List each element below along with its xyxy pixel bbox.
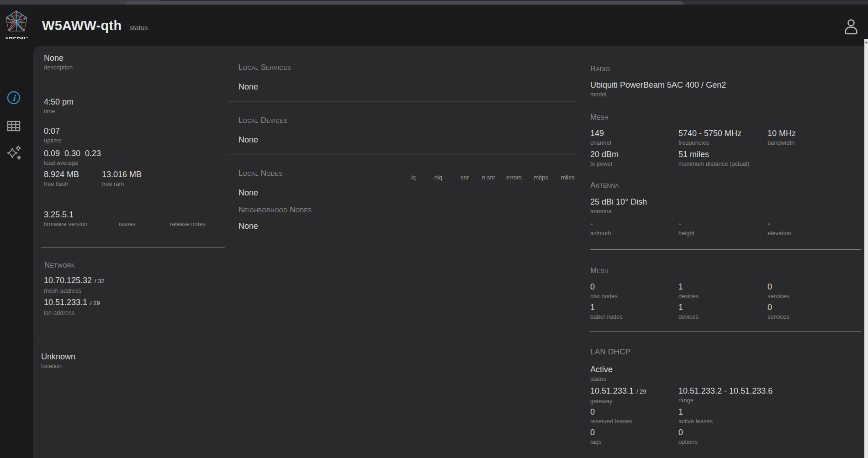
local-nodes-column-headers: lq nlq snr n snr errors mbps miles xyxy=(389,174,575,181)
sidebar-item-tools[interactable] xyxy=(6,145,21,159)
person-icon xyxy=(843,18,859,36)
mesh-bandwidth: 10 MHz bandwidth xyxy=(767,128,796,147)
left-divider-2 xyxy=(37,339,226,339)
antenna-section-header: Antenna xyxy=(590,181,619,190)
network-section-header: Network xyxy=(44,261,75,270)
babel-services: 0 services xyxy=(767,302,789,321)
account-button[interactable] xyxy=(843,18,859,36)
middle-divider-2 xyxy=(228,154,575,154)
sidebar-item-status[interactable]: i xyxy=(6,90,21,105)
local-nodes-header: Local Nodes xyxy=(238,169,282,178)
sidebar: i xyxy=(0,39,33,458)
info-icon: i xyxy=(6,90,21,105)
dhcp-range: 10.51.233.2 - 10.51.233.6 range xyxy=(678,386,773,404)
scrollbar[interactable] xyxy=(864,39,868,458)
scroll-up-arrow-icon[interactable] xyxy=(865,41,868,43)
dhcp-tags: 0 tags xyxy=(590,427,602,446)
browser-chrome xyxy=(0,0,868,5)
mesh-frequencies: 5740 - 5750 MHz frequencies xyxy=(678,128,741,147)
antenna-height: - height xyxy=(678,219,694,237)
release-notes-link[interactable]: release notes xyxy=(170,221,206,228)
col-n-snr: n snr xyxy=(469,174,495,181)
olsr-nodes: 0 olsr nodes xyxy=(590,282,618,300)
mesh-tx-power: 20 dBm tx power xyxy=(590,149,619,168)
olsr-services: 0 services xyxy=(767,282,789,300)
aredn-mesh-logo-icon xyxy=(4,10,29,34)
left-divider-1 xyxy=(41,247,225,247)
local-devices-header: Local Devices xyxy=(238,116,287,125)
grid-icon xyxy=(6,119,21,133)
node-uptime: 0:07 uptime xyxy=(44,126,62,144)
col-lq: lq xyxy=(389,174,416,181)
babel-devices: 1 devices xyxy=(678,302,699,321)
load-average: 0.09 0.30 0.23 load average xyxy=(44,148,101,167)
dhcp-status: Active status xyxy=(590,364,613,383)
firmware-version-label: firmware version xyxy=(44,221,119,228)
col-miles: miles xyxy=(548,174,575,181)
dhcp-gateway: 10.51.233.1/ 29 gateway xyxy=(590,386,646,405)
babel-nodes: 1 babel nodes xyxy=(590,302,623,321)
firmware-version: 3.25.5.1 firmware version issues release… xyxy=(44,210,206,228)
local-services-header: Local Services xyxy=(238,63,291,72)
dhcp-active-leases: 1 active leases xyxy=(678,407,713,425)
page-subtitle: status xyxy=(129,24,148,32)
col-nlq: nlq xyxy=(416,174,442,181)
app-header: AREDN™ W5AWW-qth status xyxy=(0,5,868,39)
node-time: 4:50 pm time xyxy=(44,97,74,115)
mesh-address: 10.70.125.32/ 32 mesh address xyxy=(44,275,105,295)
col-snr: snr xyxy=(442,174,469,181)
radio-section-header: Radio xyxy=(590,64,610,74)
page-title: W5AWW-qth xyxy=(42,18,122,33)
antenna-elevation: - elevation xyxy=(767,219,791,237)
antenna-azimuth: - azimuth xyxy=(590,219,611,237)
olsr-devices: 1 devices xyxy=(678,282,699,300)
local-nodes-empty: None xyxy=(238,188,258,198)
middle-divider-1 xyxy=(228,101,575,101)
svg-text:i: i xyxy=(12,93,16,103)
neighborhood-nodes-empty: None xyxy=(238,221,258,231)
right-divider-1 xyxy=(590,249,861,250)
col-mbps: mbps xyxy=(522,174,548,181)
right-divider-2 xyxy=(590,331,861,332)
dhcp-options: 0 options xyxy=(678,427,698,446)
lan-dhcp-section-header: LAN DHCP xyxy=(590,347,630,357)
node-location: Unknown location xyxy=(41,352,75,370)
node-description: None description xyxy=(44,53,73,71)
radio-model: Ubiquiti PowerBeam 5AC 400 / Gen2 model xyxy=(590,80,726,98)
sidebar-item-tables[interactable] xyxy=(6,119,21,133)
mesh-channel: 149 channel xyxy=(590,128,611,147)
col-errors: errors xyxy=(495,174,522,181)
mesh-rf-section-header: Mesh xyxy=(590,113,609,122)
aredn-logo[interactable]: AREDN™ xyxy=(3,10,30,43)
local-services-empty: None xyxy=(238,82,258,92)
free-flash: 8.924 MB free flash xyxy=(44,169,79,188)
sparkles-icon xyxy=(6,145,22,161)
antenna-model: 25 dBi 10° Dish antenna xyxy=(590,197,647,215)
title-row: W5AWW-qth status xyxy=(42,18,148,33)
mesh-max-distance: 51 miles maximum distance (actual) xyxy=(678,149,749,168)
dhcp-reserved-leases: 0 reserved leases xyxy=(590,407,632,425)
mesh-stats-section-header: Mesh xyxy=(590,266,609,275)
issues-link[interactable]: issues xyxy=(119,221,170,228)
neighborhood-nodes-header: Neighborhood Nodes xyxy=(238,205,312,215)
lan-address: 10.51.233.1/ 29 lan address xyxy=(44,297,100,316)
free-ram: 13.016 MB free ram xyxy=(102,169,142,188)
local-devices-empty: None xyxy=(238,135,258,145)
